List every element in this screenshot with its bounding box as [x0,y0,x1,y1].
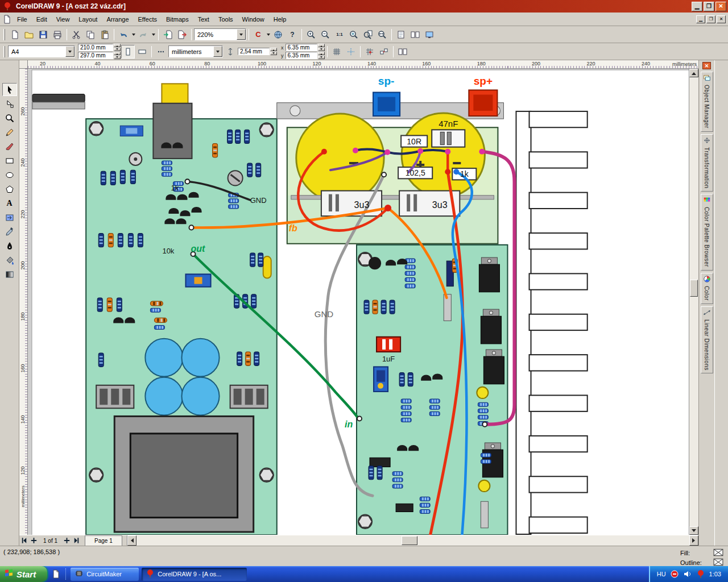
undo-button[interactable] [117,28,130,41]
property-bar-grip[interactable] [3,46,5,57]
interactive-fill-tool[interactable] [2,268,17,281]
volume-icon[interactable] [683,569,692,579]
duplicate-x-spinner[interactable] [318,44,325,51]
paste-button[interactable] [98,28,111,41]
docker-tab-color-palette-browser[interactable]: Color Palette Browser [701,194,713,271]
yellow-connector[interactable] [162,84,188,104]
pick-tool[interactable] [2,83,17,96]
menu-layout[interactable]: Layout [74,14,102,25]
eyedropper-tool[interactable] [2,225,17,238]
duplicate-x-field[interactable]: 6.35 mm [286,44,317,51]
docker-tab-transformation[interactable]: Transformation [701,134,713,192]
text-tool[interactable]: A [2,197,17,210]
grid-setup-button[interactable] [330,45,344,59]
toolbar-grip[interactable] [3,29,5,40]
zoom-tool[interactable] [2,111,17,124]
new-button[interactable] [8,28,22,41]
film-capacitor-47nf[interactable] [432,130,465,147]
cut-button[interactable] [69,28,83,41]
language-indicator[interactable]: HU [657,571,666,577]
drawing-canvas[interactable]: sp- sp+ 47nF 10R 102,5 1k 3u3 3u3 1k GND… [28,69,689,535]
task-coreldraw[interactable]: CorelDRAW 9 - [A os... [142,568,247,581]
options-button[interactable] [396,45,410,59]
start-button[interactable]: Start [0,566,47,582]
rectangle-tool[interactable] [2,154,17,167]
drawing-viewport[interactable]: sp- sp+ 47nF 10R 102,5 1k 3u3 3u3 1k GND… [28,69,689,535]
horizontal-ruler[interactable]: millimeters 2040608010012014016018020022… [28,60,698,69]
zoom-to-selected-button[interactable] [347,28,361,41]
power-transistor[interactable] [481,309,501,344]
child-minimize-button[interactable]: ▁ [696,15,705,23]
normal-view-button[interactable] [394,28,408,41]
redo-dropdown[interactable] [151,28,156,41]
docker-tab-linear-dimensions[interactable]: Linear Dimensions [701,306,713,374]
gray-module[interactable] [153,103,192,159]
led-yellow[interactable] [477,387,488,398]
paper-width-field[interactable]: 210.0 mm [78,44,113,51]
landscape-button[interactable] [135,45,149,59]
add-page-before-button[interactable] [29,535,39,546]
paper-height-field[interactable]: 297.0 mm [78,52,113,59]
undo-dropdown[interactable] [131,28,136,41]
vertical-scrollbar[interactable] [689,69,698,535]
duplicate-y-field[interactable]: 6.35 mm [286,52,317,59]
menu-arrange[interactable]: Arrange [102,14,133,25]
nudge-offset-field[interactable]: 2,54 mm [238,48,270,55]
paper-type-combo[interactable]: A4 [8,45,75,57]
units-combo[interactable]: millimeters [168,45,223,57]
interactive-tool[interactable] [2,211,17,224]
application-launcher-button[interactable]: C [251,28,265,41]
docker-tab-object-manager[interactable]: Object Manager [701,72,713,132]
print-button[interactable] [51,28,64,41]
menu-effects[interactable]: Effects [134,14,162,25]
vertical-ruler[interactable]: millimeters 260240220200180160140120 [19,69,28,535]
whats-this-button[interactable]: ? [286,28,299,41]
filter-capacitor[interactable] [296,114,384,202]
electrolytic-cap[interactable] [181,377,219,415]
docker-close-icon[interactable]: ✕ [702,62,711,69]
paper-width-spinner[interactable] [114,44,121,51]
menu-edit[interactable]: Edit [32,14,52,25]
docker-tab-color[interactable]: Color [701,273,713,304]
minimize-button[interactable]: ▁ [692,2,702,11]
menu-text[interactable]: Text [193,14,214,25]
import-button[interactable] [161,28,175,41]
fill-tool[interactable] [2,253,17,267]
task-circuitmaker[interactable]: CircuitMaker [71,568,139,581]
menu-bitmaps[interactable]: Bitmaps [162,14,193,25]
nudge-spinner[interactable] [270,48,277,55]
horizontal-scrollbar[interactable] [127,535,698,546]
speaker-terminal-negative[interactable] [373,93,400,117]
last-page-button[interactable] [72,535,81,546]
left-pcb[interactable] [86,84,277,535]
copy-button[interactable] [84,28,97,41]
open-button[interactable] [22,28,36,41]
zoom-to-page-button[interactable] [361,28,375,41]
ellipse-tool[interactable] [2,168,17,181]
zoom-to-width-button[interactable] [375,28,389,41]
outline-tool[interactable] [2,239,17,252]
scroll-up-button[interactable] [689,69,698,77]
full-screen-preview-button[interactable] [423,28,436,41]
idc-connector[interactable] [230,385,268,408]
paper-type-arrow[interactable] [65,46,75,57]
menu-help[interactable]: Help [269,14,291,25]
menu-view[interactable]: View [52,14,75,25]
menu-file[interactable]: File [13,14,32,25]
child-restore-button[interactable]: ❐ [706,15,715,23]
freehand-tool[interactable] [2,126,17,139]
idc-connector[interactable] [96,385,134,408]
power-transistor[interactable] [479,257,499,292]
add-page-after-button[interactable] [62,535,72,546]
electrolytic-cap[interactable] [145,339,183,377]
save-button[interactable] [36,28,50,41]
guidelines-setup-button[interactable] [344,45,358,59]
duplicate-y-spinner[interactable] [318,52,325,59]
tray-shield-icon[interactable] [670,569,679,579]
artistic-media-tool[interactable] [2,140,17,153]
page-layout-view-button[interactable] [408,28,422,41]
scroll-right-button[interactable] [689,535,698,546]
zoom-combo-arrow[interactable] [237,29,246,40]
menu-tools[interactable]: Tools [214,14,238,25]
zoom-level-combo[interactable]: 220% [194,28,246,40]
